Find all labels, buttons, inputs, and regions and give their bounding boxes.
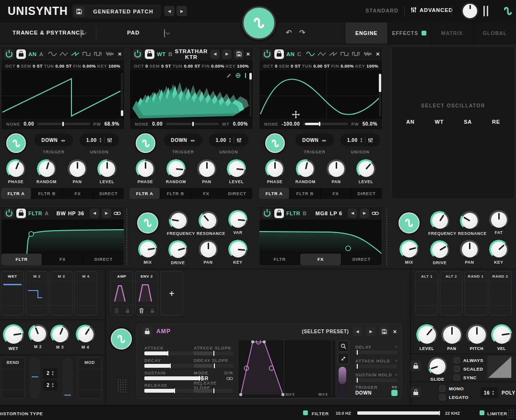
filter-b-mix-knob[interactable]: MIX [398,240,421,265]
filter-enable-indicator[interactable] [303,410,308,415]
route-fltr-a[interactable]: FLTR A [1,188,32,199]
filter-b-next-button[interactable]: ▶ [360,209,369,218]
mod-slot-wet[interactable]: WET [1,271,24,315]
stepper-icons[interactable]: ▲▼ [229,138,231,143]
option-sa[interactable]: SA [464,119,472,125]
route-direct[interactable]: DIRECT [222,188,252,199]
osc3-random-knob[interactable]: RANDOM [294,159,317,184]
macro-m2-knob[interactable]: M 2 [26,324,49,349]
position-slider[interactable] [303,123,348,125]
position-value[interactable]: 0.00 [23,121,34,127]
osc3-trigger-select[interactable]: DOWN ◀▶ [295,134,334,146]
mod-slot-m2[interactable]: M 2 [25,271,48,315]
oct-value[interactable]: 0 [275,64,277,69]
bend-wheel-panel[interactable]: BEND [1,357,25,399]
route-fltr-a[interactable]: FLTR A [259,188,290,199]
graph-fit-button[interactable] [338,353,349,364]
filter-b-drive-knob[interactable]: DRIVE [428,240,451,265]
filter-a-mix-knob[interactable]: MIX [136,240,159,265]
tun-value[interactable]: 0.00 ST [313,64,329,69]
tab-fx[interactable]: FX [42,254,83,265]
preset-type[interactable]: PAD [127,30,140,35]
osc2-wavetable-display[interactable] [130,71,253,118]
panel-drag-handle[interactable] [386,208,388,265]
unison-settings-icon[interactable] [368,138,373,143]
pulse-wave-icon[interactable] [352,51,361,57]
filter-a-lock-button[interactable] [16,209,26,218]
tab-fltr[interactable]: FLTR [259,254,300,265]
stepper-icons[interactable]: ▲▼ [360,138,363,143]
fin-value[interactable]: 0.00% [211,64,224,69]
osc3-unison-stepper[interactable]: 1.00 ▲▼ [340,134,380,146]
tab-matrix[interactable]: MATRIX [431,23,473,44]
osc2-prev-button[interactable]: ◀ [210,49,220,59]
link-icon[interactable] [372,211,379,216]
square-wave-icon[interactable] [340,51,350,57]
bend-range-up-stepper[interactable]: 2 ▲▼ [43,368,58,378]
filter-a-pan-knob[interactable]: PAN [197,240,220,265]
tab-fx[interactable]: FX [300,254,341,265]
scaled-checkbox[interactable] [454,366,460,372]
sustain-slider[interactable] [144,376,202,380]
tab-global[interactable]: GLOBAL [473,23,516,44]
osc1-mod-target-button[interactable] [6,133,26,153]
center-logo-button[interactable] [242,6,276,40]
resize-grip[interactable] [507,409,514,419]
env-slot-env2[interactable]: ENV 2 [135,271,158,315]
position-slider[interactable] [166,123,219,125]
prev-patch-button[interactable]: ◀ [164,6,175,16]
freq-high-value[interactable]: 22 KHZ [445,411,460,416]
filter-b-fat-knob[interactable]: FAT [487,210,510,235]
stepper-icons[interactable]: ▲▼ [51,371,54,376]
stepper-icons[interactable]: ▲▼ [99,138,102,143]
mode-standard[interactable]: STANDARD [365,8,399,13]
filter-a-response-display[interactable] [1,220,124,254]
unison-settings-icon[interactable] [236,138,242,143]
graph-zoom-button[interactable] [338,340,349,352]
mono-checkbox[interactable] [439,385,446,392]
env-slot-amp[interactable]: AMP [110,271,133,315]
freq-low-value[interactable]: 10.0 HZ [336,411,351,416]
tab-engine[interactable]: ENGINE [345,23,387,44]
pw-value[interactable]: 68.9% [105,121,119,127]
envelope-prev-button[interactable]: ◀ [352,327,362,336]
pw-value[interactable]: 50.0% [363,121,377,127]
envelope-depth-slider[interactable] [338,366,347,397]
mode-advanced[interactable]: ADVANCED [410,7,453,13]
macro-m4-knob[interactable]: M 4 [74,325,97,350]
frame-bar-icon[interactable] [245,73,246,78]
key-value[interactable]: 100% [108,64,120,69]
osc1-random-knob[interactable]: RANDOM [35,159,58,184]
noise-wave-icon[interactable] [364,51,373,57]
route-fltr-a[interactable]: FLTR A [129,188,160,199]
envelope-next-button[interactable]: ▶ [366,327,375,336]
filter-a-type[interactable]: BW HP 36 [51,210,87,216]
glide-knob[interactable]: GLIDE [426,357,449,382]
option-an[interactable]: AN [406,119,415,125]
route-fx[interactable]: FX [321,188,352,199]
global-filter-slider[interactable] [357,411,441,415]
osc1-trigger-select[interactable]: DOWN ◀▶ [35,134,73,146]
voice-lock-button[interactable] [410,387,421,397]
macro-wet-knob[interactable]: WET [2,324,25,351]
pencil-icon[interactable] [226,73,231,78]
tun-value[interactable]: 0.00 ST [55,64,71,69]
save-patch-button[interactable] [74,6,84,17]
triangle-wave-icon[interactable] [317,51,327,57]
glide-scaled-option[interactable]: SCALED [454,365,483,373]
osc2-lock-button[interactable] [145,49,154,59]
route-direct[interactable]: DIRECT [94,188,124,199]
stepper-icons[interactable]: ▲▼ [492,390,494,396]
redo-button[interactable]: ↷ [299,28,305,37]
lock-icon[interactable] [150,308,155,314]
glide-sync-option[interactable]: SYNC [454,373,483,381]
macro-m3-knob[interactable]: M 3 [48,325,71,350]
undo-button[interactable]: ↶ [286,28,292,37]
glide-lock-button[interactable] [410,361,421,371]
filter-a-mod-target-button[interactable] [137,212,158,233]
filter-a-drive-knob[interactable]: DRIVE [166,240,189,265]
sem-value[interactable]: 0 ST [291,64,301,69]
filter-b-response-display[interactable] [259,220,382,254]
key-value[interactable]: 100% [237,64,249,69]
osc2-trigger-select[interactable]: DOWN ◀▶ [164,134,202,146]
